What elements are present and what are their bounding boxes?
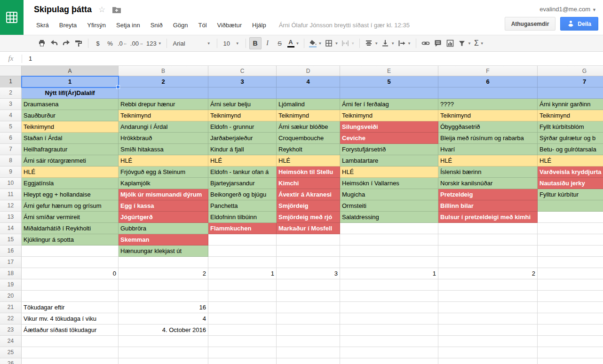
cell-F8[interactable]: HLÉ [438, 155, 538, 166]
cell-G6[interactable]: Sýrðar gulrætur og b [538, 133, 603, 144]
cell-B8[interactable]: HLÉ [119, 155, 208, 166]
cell-A14[interactable]: Miðaldarhátíð í Reykholti [22, 223, 119, 234]
cell-C22[interactable] [208, 313, 277, 324]
cell-E5[interactable]: Silungsveiði [340, 121, 438, 133]
cell-E20[interactable] [340, 291, 438, 302]
cell-E23[interactable] [340, 324, 438, 336]
cell-E3[interactable]: Árni fer í ferðalag [340, 99, 438, 110]
cell-F2[interactable] [438, 87, 538, 99]
comments-button[interactable]: Athugasemdir [505, 17, 556, 31]
cell-G21[interactable] [538, 302, 603, 313]
cell-F24[interactable] [438, 336, 538, 347]
cell-F17[interactable] [438, 257, 538, 268]
row-header-12[interactable]: 12 [0, 200, 22, 212]
menu-item-7[interactable]: Viðbætur [212, 20, 247, 31]
cell-E10[interactable]: Heimsókn í Vallarnes [340, 178, 438, 189]
cell-D22[interactable] [277, 313, 340, 324]
cell-D12[interactable]: Smjördeig [277, 200, 340, 212]
cell-B16[interactable]: Hænuungar klekjast út [119, 245, 208, 257]
cell-A18[interactable]: 0 [22, 268, 119, 279]
cell-C2[interactable] [208, 87, 277, 99]
cell-A6[interactable]: Staðan í Árdal [22, 133, 119, 144]
cell-G24[interactable] [538, 336, 603, 347]
cell-G10[interactable]: Nautasíðu jerky [538, 178, 603, 189]
horizontal-align-button[interactable]: ▼ [363, 37, 380, 49]
cell-E24[interactable] [340, 336, 438, 347]
strikethrough-button[interactable]: S [274, 37, 286, 49]
vertical-align-button[interactable]: ▼ [380, 37, 396, 49]
paint-format-button[interactable] [72, 37, 85, 49]
cell-F12[interactable]: Bíllinn bilar [438, 200, 538, 212]
cell-C14[interactable]: Flammkuchen [208, 223, 277, 234]
cell-C8[interactable]: HLÉ [208, 155, 277, 166]
cell-D16[interactable] [277, 245, 340, 257]
cell-G15[interactable] [538, 234, 603, 245]
cell-D14[interactable]: Markaður í Mosfell [277, 223, 340, 234]
cell-E7[interactable]: Forystufjársetrið [340, 144, 438, 155]
cell-D3[interactable]: Ljómalind [277, 99, 340, 110]
redo-button[interactable] [60, 37, 72, 49]
cell-E4[interactable]: Teiknimynd [340, 110, 438, 121]
cell-D26[interactable] [277, 358, 340, 364]
currency-format-button[interactable]: $ [92, 37, 104, 49]
font-size-select[interactable]: 10▼ [221, 37, 242, 49]
cell-D24[interactable] [277, 336, 340, 347]
cell-D21[interactable] [277, 302, 340, 313]
borders-button[interactable]: ▼ [323, 37, 340, 49]
cell-C11[interactable]: Beikongerð og bjúgu [208, 189, 277, 200]
cell-D1[interactable]: 4 [277, 76, 340, 87]
cell-B2[interactable] [119, 87, 208, 99]
cell-B14[interactable]: Gubbröra [119, 223, 208, 234]
cell-B17[interactable] [119, 257, 208, 268]
text-color-button[interactable]: A ▼ [286, 37, 301, 49]
cell-D18[interactable]: 3 [277, 268, 340, 279]
row-header-8[interactable]: 8 [0, 155, 22, 166]
cell-B20[interactable] [119, 291, 208, 302]
font-family-select[interactable]: Arial▼ [170, 37, 214, 49]
cell-C3[interactable]: Árni selur belju [208, 99, 277, 110]
cell-G16[interactable] [538, 245, 603, 257]
cell-G17[interactable] [538, 257, 603, 268]
cell-C9[interactable]: Eldofn - tankur ofan á [208, 166, 277, 178]
cell-A23[interactable]: Áætlaður síðasti tökudagur [22, 324, 119, 336]
cell-B13[interactable]: Jógúrtgerð [119, 212, 208, 223]
cell-E15[interactable] [340, 234, 438, 245]
row-header-26[interactable]: 26 [0, 358, 22, 364]
cell-E8[interactable]: Lambatartare [340, 155, 438, 166]
cell-D20[interactable] [277, 291, 340, 302]
bold-button[interactable]: B [249, 37, 262, 49]
cell-D4[interactable]: Teiknimynd [277, 110, 340, 121]
menu-item-0[interactable]: Skrá [31, 20, 54, 31]
row-header-5[interactable]: 5 [0, 121, 22, 133]
cell-F26[interactable] [438, 358, 538, 364]
cell-D5[interactable]: Árni sækur blóðbe [277, 121, 340, 133]
cell-C4[interactable]: Teiknimynd [208, 110, 277, 121]
cell-G18[interactable] [538, 268, 603, 279]
row-header-22[interactable]: 22 [0, 313, 22, 324]
cell-A13[interactable]: Árni smíðar vermireit [22, 212, 119, 223]
cell-G8[interactable]: HLÉ [538, 155, 603, 166]
cell-G1[interactable]: 7 [538, 76, 603, 87]
cell-G7[interactable]: Betu- og gulrótarsala [538, 144, 603, 155]
increase-decimals-button[interactable]: .00→ [129, 37, 145, 49]
cell-B9[interactable]: Frjóvguð egg á Steinum [119, 166, 208, 178]
cell-B25[interactable] [119, 347, 208, 358]
cell-A20[interactable] [22, 291, 119, 302]
cell-F16[interactable] [438, 245, 538, 257]
cell-A10[interactable]: Eggjatínsla [22, 178, 119, 189]
column-header-D[interactable]: D [277, 66, 340, 76]
row-header-2[interactable]: 2 [0, 87, 22, 99]
column-header-F[interactable]: F [438, 66, 538, 76]
row-header-7[interactable]: 7 [0, 144, 22, 155]
cell-E16[interactable] [340, 245, 438, 257]
insert-comment-button[interactable] [432, 37, 444, 49]
cell-B18[interactable]: 2 [119, 268, 208, 279]
cell-E22[interactable] [340, 313, 438, 324]
cell-F4[interactable]: Teiknimynd [438, 110, 538, 121]
print-button[interactable] [36, 37, 48, 49]
row-header-10[interactable]: 10 [0, 178, 22, 189]
cell-B19[interactable] [119, 279, 208, 291]
row-header-18[interactable]: 18 [0, 268, 22, 279]
cell-A19[interactable] [22, 279, 119, 291]
cell-F19[interactable] [438, 279, 538, 291]
